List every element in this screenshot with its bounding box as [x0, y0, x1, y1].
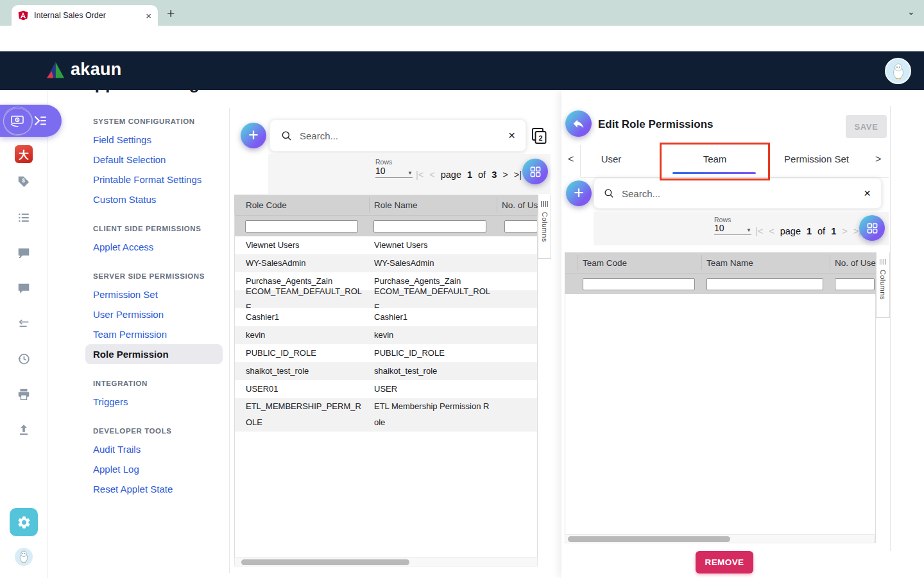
table-row[interactable]: ETL_MEMBERSHIP_PERM_ROLEETL Membership P…	[234, 398, 538, 432]
clear-search-icon[interactable]: ×	[864, 186, 871, 200]
rail-app-tile-icon[interactable]: 大	[15, 145, 33, 163]
price-tag-icon[interactable]: $	[17, 175, 31, 189]
rows-per-page-select[interactable]: 10 ▼	[375, 166, 413, 178]
collapse-menu-icon[interactable]	[33, 114, 47, 127]
table-row[interactable]: USER01USER	[234, 380, 538, 398]
new-tab-button[interactable]: +	[167, 6, 175, 21]
menu-item-user-permission[interactable]: User Permission	[93, 304, 225, 324]
team-name-filter-input[interactable]	[706, 278, 823, 290]
table-row[interactable]: PUBLIC_ID_ROLEPUBLIC_ID_ROLE	[234, 344, 538, 362]
table-row[interactable]: kevinkevin	[234, 326, 538, 344]
cell-role-code: shaikot_test_role	[234, 363, 363, 379]
tab-close-icon[interactable]: ×	[146, 11, 151, 21]
divider	[229, 108, 230, 573]
menu-item-printable-format-settings[interactable]: Printable Format Settings	[93, 170, 225, 189]
tab-user[interactable]: User	[587, 153, 635, 164]
search-icon	[604, 188, 614, 198]
tab-search-chevron-icon[interactable]: ⌄	[907, 6, 915, 17]
prev-page-button[interactable]: <	[769, 226, 774, 236]
no-of-users-filter-input[interactable]	[504, 220, 538, 232]
menu-item-audit-trails[interactable]: Audit Trails	[93, 439, 225, 459]
add-role-button[interactable]: +	[241, 123, 266, 148]
rows-value: 10	[714, 223, 724, 233]
menu-item-default-selection[interactable]: Default Selection	[93, 150, 225, 170]
grid-view-button[interactable]	[859, 215, 885, 241]
history-clock-icon[interactable]	[17, 352, 31, 366]
col-role-name[interactable]: Role Name	[374, 200, 418, 210]
cell-role-name: USER	[363, 381, 491, 397]
col-team-name[interactable]: Team Name	[706, 258, 753, 268]
horizontal-scrollbar[interactable]	[565, 534, 875, 543]
table-row[interactable]: Viewnet UsersViewnet Users	[234, 236, 538, 254]
akaun-logo[interactable]: akaun	[45, 60, 122, 80]
chat-bubble2-icon[interactable]	[17, 281, 31, 295]
menu-item-permission-set[interactable]: Permission Set	[93, 285, 225, 304]
duplicate-pages-icon[interactable]: 2	[530, 127, 547, 145]
grid-view-button[interactable]	[522, 159, 548, 184]
menu-item-applet-log[interactable]: Applet Log	[93, 459, 225, 479]
menu-item-field-settings[interactable]: Field Settings	[93, 130, 225, 150]
role-name-filter-input[interactable]	[373, 220, 486, 232]
remove-button[interactable]: REMOVE	[696, 551, 753, 574]
role-table-header: Role Code Role Name No. of Users	[234, 195, 538, 215]
menu-item-role-permission-selected[interactable]: Role Permission	[85, 344, 223, 364]
akaun-triangle-icon	[45, 60, 66, 80]
menu-item-reset-applet-state[interactable]: Reset Applet State	[93, 479, 225, 499]
menu-item-team-permission[interactable]: Team Permission	[93, 324, 225, 344]
rail-penguin-avatar[interactable]	[15, 548, 33, 566]
app-user-avatar[interactable]	[885, 58, 911, 84]
floating-sidebar-pill[interactable]: $	[0, 105, 62, 137]
drawer-back-button[interactable]	[565, 110, 592, 137]
col-role-code[interactable]: Role Code	[246, 200, 287, 210]
no-of-users-filter-input[interactable]	[835, 278, 875, 290]
menu-item-applet-access[interactable]: Applet Access	[93, 237, 225, 257]
col-no-of-users[interactable]: No. of Users	[835, 258, 876, 268]
table-row[interactable]: WY-SalesAdminWY-SalesAdmin	[234, 254, 538, 272]
upload-icon[interactable]	[17, 423, 31, 437]
clear-search-icon[interactable]: ×	[508, 128, 515, 143]
col-team-code[interactable]: Team Code	[583, 258, 627, 268]
prev-page-button[interactable]: <	[429, 170, 434, 180]
role-search-bar[interactable]: ×	[270, 119, 526, 152]
team-search-bar[interactable]: ×	[594, 178, 882, 209]
tab-permission-set[interactable]: Permission Set	[780, 153, 853, 164]
menu-section-header: SYSTEM CONFIGURATION	[93, 118, 225, 125]
horizontal-scrollbar[interactable]	[234, 557, 538, 566]
menu-item-custom-status[interactable]: Custom Status	[93, 189, 225, 209]
settings-gear-button[interactable]	[10, 508, 38, 536]
rows-per-page-select[interactable]: 10 ▼	[714, 223, 751, 235]
tabs-scroll-left-icon[interactable]: <	[568, 153, 574, 165]
add-team-button[interactable]: +	[566, 180, 592, 206]
save-button[interactable]: SAVE	[846, 115, 887, 138]
current-page: 1	[807, 226, 812, 236]
tabs-scroll-right-icon[interactable]: >	[875, 153, 881, 165]
table-row[interactable]: ECOM_TEAM_DEFAULT_ROLEECOM_TEAM_DEFAULT_…	[234, 290, 538, 308]
last-page-button[interactable]: >|	[514, 170, 522, 180]
menu-section-header: INTEGRATION	[93, 380, 225, 387]
list-icon[interactable]	[17, 211, 31, 225]
compare-arrows-icon[interactable]	[17, 317, 31, 331]
drag-handle-icon	[880, 259, 887, 265]
scrollbar-thumb[interactable]	[241, 559, 409, 565]
scrollbar-thumb[interactable]	[568, 536, 730, 542]
role-search-input[interactable]	[298, 130, 508, 142]
total-pages: 1	[831, 226, 836, 236]
columns-side-tab[interactable]: Columns	[538, 195, 551, 259]
chat-bubble-icon[interactable]	[17, 246, 31, 260]
team-search-input[interactable]	[620, 188, 864, 200]
first-page-button[interactable]: |<	[755, 226, 763, 236]
table-row[interactable]: shaikot_test_roleshaikot_test_role	[234, 362, 538, 380]
first-page-button[interactable]: |<	[416, 170, 424, 180]
plus-icon: +	[574, 184, 584, 202]
printer-icon[interactable]	[17, 387, 31, 401]
next-page-button[interactable]: >	[502, 170, 508, 180]
table-row[interactable]: Cashier1Cashier1	[234, 308, 538, 326]
app-glyph: 大	[19, 146, 29, 162]
next-page-button[interactable]: >	[842, 226, 847, 236]
menu-item-triggers[interactable]: Triggers	[93, 392, 225, 412]
role-table-filter-row	[234, 215, 538, 236]
browser-tab[interactable]: Internal Sales Order ×	[12, 5, 158, 26]
team-code-filter-input[interactable]	[583, 278, 695, 290]
role-code-filter-input[interactable]	[245, 220, 358, 232]
columns-side-tab[interactable]: Columns	[876, 252, 890, 318]
